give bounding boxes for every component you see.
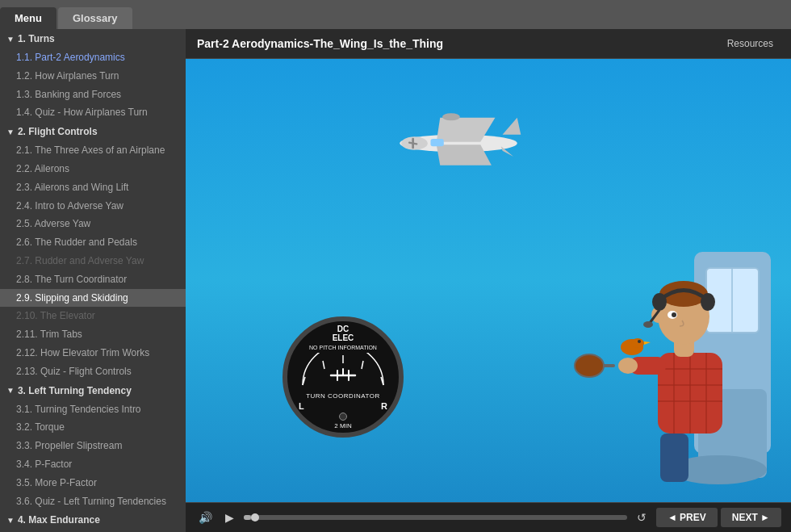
sidebar-item-2-2[interactable]: 2.2. Ailerons bbox=[0, 160, 186, 178]
sidebar-item-2-11[interactable]: 2.11. Trim Tabs bbox=[0, 325, 186, 344]
svg-line-13 bbox=[362, 361, 363, 369]
sidebar-item-1-4[interactable]: 1.4. Quiz - How Airplanes Turn bbox=[0, 103, 186, 122]
pilot-illustration bbox=[541, 228, 783, 502]
progress-bar-fill bbox=[244, 515, 251, 520]
sidebar-section-header-turns[interactable]: ▼ 1. Turns bbox=[0, 29, 186, 48]
sidebar-item-2-12[interactable]: 2.12. How Elevator Trim Works bbox=[0, 344, 186, 362]
arrow-flight-controls: ▼ bbox=[6, 128, 15, 136]
sidebar-item-1-1[interactable]: 1.1. Part-2 Aerodynamics bbox=[0, 48, 186, 67]
turn-coordinator-instrument: DC ELEC NO PITCH INFORMATION bbox=[282, 316, 404, 438]
sidebar-item-1-3[interactable]: 1.3. Banking and Forces bbox=[0, 86, 186, 104]
instrument-no-pitch-label: NO PITCH INFORMATION bbox=[299, 345, 387, 350]
instrument-lr: L R bbox=[299, 401, 387, 411]
sidebar-section-label-turns: 1. Turns bbox=[18, 33, 55, 44]
instrument-l-label: L bbox=[299, 401, 304, 411]
svg-marker-2 bbox=[502, 118, 521, 135]
svg-rect-6 bbox=[430, 139, 443, 146]
nav-buttons: ◄ PREV NEXT ► bbox=[656, 508, 781, 527]
sidebar-section-header-flight-controls[interactable]: ▼ 2. Flight Controls bbox=[0, 122, 186, 141]
arrow-max-endurance: ▼ bbox=[6, 516, 15, 525]
video-controls: 🔊 ▶ ↺ ◄ PREV NEXT ► bbox=[186, 502, 791, 532]
sidebar-section-max-endurance: ▼ 4. Max Endurance 4.1. Introduction 4.2… bbox=[0, 510, 186, 532]
sidebar-item-3-6[interactable]: 3.6. Quiz - Left Turning Tendencies bbox=[0, 492, 186, 511]
sidebar-item-3-5[interactable]: 3.5. More P-Factor bbox=[0, 474, 186, 492]
sidebar-section-label-max-endurance: 4. Max Endurance bbox=[18, 514, 100, 526]
sidebar-item-2-3[interactable]: 2.3. Ailerons and Wing Lift bbox=[0, 178, 186, 197]
sidebar-item-3-1[interactable]: 3.1. Turning Tendencies Intro bbox=[0, 400, 186, 419]
svg-point-45 bbox=[672, 312, 676, 317]
instrument-dc-label: DC bbox=[299, 325, 387, 333]
sidebar-section-flight-controls: ▼ 2. Flight Controls 2.1. The Three Axes… bbox=[0, 122, 186, 380]
progress-handle[interactable] bbox=[251, 513, 259, 522]
sidebar-item-3-2[interactable]: 3.2. Torque bbox=[0, 418, 186, 437]
content-title: Part-2 Aerodynamics-The_Wing_Is_the_Thin… bbox=[197, 37, 443, 50]
sidebar-item-2-1[interactable]: 2.1. The Three Axes of an Airplane bbox=[0, 141, 186, 160]
arrow-left-turning: ▼ bbox=[6, 386, 15, 395]
instrument-inner: DC ELEC NO PITCH INFORMATION bbox=[299, 325, 387, 429]
svg-point-47 bbox=[631, 338, 644, 348]
next-button[interactable]: NEXT ► bbox=[721, 508, 781, 527]
instrument-elec-label: ELEC bbox=[299, 333, 387, 342]
instrument-arc-svg bbox=[299, 353, 387, 389]
sidebar-item-2-9[interactable]: 2.9. Slipping and Skidding bbox=[0, 289, 186, 308]
top-tabs: Menu Glossary bbox=[0, 0, 791, 29]
sidebar-section-turns: ▼ 1. Turns 1.1. Part-2 Aerodynamics 1.2.… bbox=[0, 29, 186, 122]
reload-button[interactable]: ↺ bbox=[634, 509, 650, 526]
sidebar-item-1-2[interactable]: 1.2. How Airplanes Turn bbox=[0, 67, 186, 86]
svg-point-49 bbox=[638, 340, 641, 343]
tab-menu[interactable]: Menu bbox=[0, 7, 56, 29]
pilot-svg bbox=[541, 228, 783, 502]
sidebar-item-3-4[interactable]: 3.4. P-Factor bbox=[0, 455, 186, 474]
sidebar-item-2-4[interactable]: 2.4. Intro to Adverse Yaw bbox=[0, 197, 186, 216]
progress-bar[interactable] bbox=[244, 515, 627, 520]
svg-point-33 bbox=[618, 358, 638, 374]
scene: DC ELEC NO PITCH INFORMATION bbox=[186, 59, 791, 502]
video-area: DC ELEC NO PITCH INFORMATION bbox=[186, 59, 791, 502]
tab-glossary[interactable]: Glossary bbox=[58, 7, 132, 29]
sidebar-item-2-6[interactable]: 2.6. The Rudder and Pedals bbox=[0, 233, 186, 252]
svg-point-7 bbox=[442, 113, 460, 120]
content-header: Part-2 Aerodynamics-The_Wing_Is_the_Thin… bbox=[186, 29, 791, 59]
sidebar-section-header-left-turning[interactable]: ▼ 3. Left Turning Tendency bbox=[0, 381, 186, 400]
sidebar-item-2-8[interactable]: 2.8. The Turn Coordinator bbox=[0, 270, 186, 289]
instrument-tc-label: TURN COORDINATOR bbox=[299, 392, 387, 400]
svg-point-41 bbox=[701, 293, 715, 311]
prev-button[interactable]: ◄ PREV bbox=[656, 508, 718, 527]
sidebar-section-left-turning: ▼ 3. Left Turning Tendency 3.1. Turning … bbox=[0, 381, 186, 511]
arrow-turns: ▼ bbox=[6, 35, 15, 44]
airplane-svg bbox=[378, 103, 539, 176]
sidebar-item-2-5[interactable]: 2.5. Adverse Yaw bbox=[0, 215, 186, 233]
app-container: Menu Glossary ▼ 1. Turns 1.1. Part-2 Aer… bbox=[0, 0, 791, 532]
sidebar: ▼ 1. Turns 1.1. Part-2 Aerodynamics 1.2.… bbox=[0, 29, 186, 532]
play-button[interactable]: ▶ bbox=[222, 509, 237, 526]
svg-point-40 bbox=[652, 293, 667, 311]
volume-button[interactable]: 🔊 bbox=[195, 509, 216, 526]
instrument-2min-label: 2 MIN bbox=[299, 422, 387, 429]
svg-line-11 bbox=[323, 361, 324, 369]
instrument-outer: DC ELEC NO PITCH INFORMATION bbox=[282, 316, 404, 438]
main-area: ▼ 1. Turns 1.1. Part-2 Aerodynamics 1.2.… bbox=[0, 29, 791, 532]
sidebar-item-2-7[interactable]: 2.7. Rudder and Adverse Yaw bbox=[0, 252, 186, 270]
svg-marker-48 bbox=[644, 341, 651, 345]
airplane-illustration bbox=[378, 103, 539, 178]
svg-point-35 bbox=[575, 354, 604, 377]
sidebar-section-header-max-endurance[interactable]: ▼ 4. Max Endurance bbox=[0, 510, 186, 530]
sidebar-section-label-flight-controls: 2. Flight Controls bbox=[18, 126, 98, 137]
instrument-r-label: R bbox=[381, 401, 387, 411]
resources-button[interactable]: Resources bbox=[721, 36, 780, 52]
content-area: Part-2 Aerodynamics-The_Wing_Is_the_Thin… bbox=[186, 29, 791, 532]
svg-point-43 bbox=[643, 321, 653, 328]
sidebar-item-3-3[interactable]: 3.3. Propeller Slipstream bbox=[0, 437, 186, 455]
sidebar-section-label-left-turning: 3. Left Turning Tendency bbox=[18, 385, 132, 396]
sidebar-item-2-13[interactable]: 2.13. Quiz - Flight Controls bbox=[0, 362, 186, 381]
instrument-ball bbox=[339, 413, 347, 421]
sidebar-item-2-10[interactable]: 2.10. The Elevator bbox=[0, 307, 186, 325]
svg-rect-31 bbox=[660, 434, 688, 482]
